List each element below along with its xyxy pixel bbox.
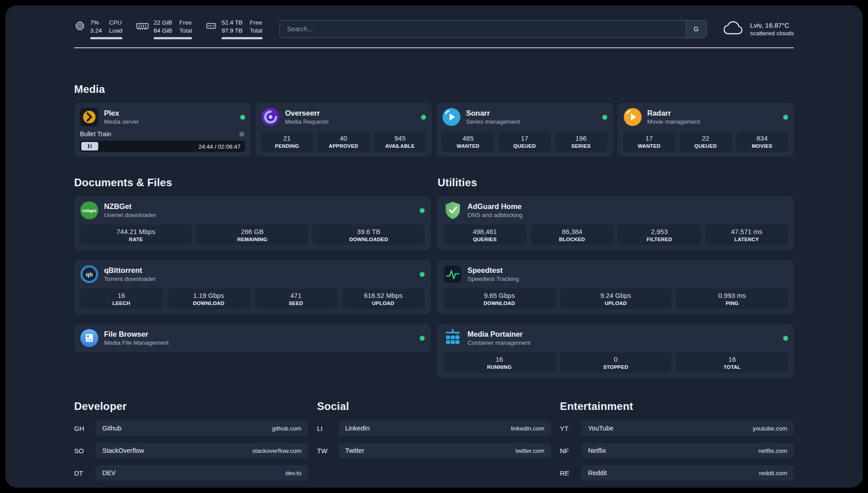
utilities-section-title: Utilities (438, 176, 794, 189)
overseerr-icon (261, 108, 280, 126)
cpu-icon (74, 19, 86, 39)
stat-queued: 22 QUEUED (680, 131, 732, 152)
memory-label-top: Free (179, 19, 192, 27)
cpu-load-value: 3.24 (90, 27, 102, 35)
bookmark-domain: dev.to (285, 470, 301, 476)
playback-progress-bar[interactable]: 24:44 / 02:06:47 (80, 141, 245, 152)
documents-column: Documents & Files nzbget NZBGet Usenet d… (74, 176, 430, 352)
bookmark-dev[interactable]: DT DEV dev.to (74, 465, 308, 480)
stat-latency: 47.571 ms LATENCY (705, 225, 789, 245)
utilities-column: Utilities AdGuard Home DNS and (438, 176, 794, 378)
stat-downloaded: 39.6 TB DOWNLOADED (313, 225, 425, 245)
search-input[interactable] (280, 21, 686, 38)
bookmark-netflix[interactable]: NF Netflix netflix.com (560, 443, 794, 458)
nzbget-subtitle: Usenet downloader (104, 212, 414, 218)
qbittorrent-subtitle: Torrent downloader (104, 276, 414, 282)
bookmark-label: DEV (102, 469, 116, 476)
stat-stopped: 0 STOPPED (560, 352, 672, 373)
svg-text:nzbget: nzbget (83, 208, 96, 213)
bookmark-abbr: RE (560, 469, 581, 477)
adguard-subtitle: DNS and adblocking (467, 212, 788, 218)
topbar: 7% 3.24 CPU Load (74, 19, 794, 39)
card-portainer[interactable]: Media Portainer Container management 16 … (438, 324, 794, 378)
bookmark-stackoverflow[interactable]: SO StackOverflow stackoverflow.com (74, 443, 308, 458)
plex-name: Plex (104, 109, 235, 117)
topbar-divider (74, 47, 794, 48)
cpu-usage-bar (90, 37, 122, 39)
stat-remaining: 266 GB REMAINING (196, 225, 309, 245)
card-overseerr[interactable]: Overseerr Media Requests 21 PENDING 40 A… (255, 103, 432, 157)
media-grid: Plex Media server Bullet Train (74, 103, 794, 157)
search-bar: G (280, 20, 707, 38)
bookmark-linkedin[interactable]: LI LinkedIn linkedin.com (317, 421, 551, 436)
bookmark-domain: github.com (272, 425, 301, 432)
bookmark-github[interactable]: GH Github github.com (74, 421, 308, 436)
bookmark-abbr: YT (560, 425, 581, 432)
speedtest-icon (443, 265, 462, 284)
bookmark-label: Reddit (588, 469, 607, 476)
stat-seed: 471 SEED (255, 288, 338, 309)
adguard-name: AdGuard Home (467, 202, 788, 211)
card-qbittorrent[interactable]: qb qBittorrent Torrent downloader 16 LEE… (74, 260, 430, 314)
bookmark-abbr: LI (317, 425, 338, 432)
portainer-status-dot (783, 336, 788, 341)
qbittorrent-name: qBittorrent (104, 266, 414, 275)
bookmark-twitter[interactable]: TW Twitter twitter.com (317, 443, 551, 458)
sonarr-name: Sonarr (466, 109, 597, 117)
radarr-name: Radarr (647, 109, 778, 117)
card-radarr[interactable]: Radarr Movie management 17 WANTED 22 QUE… (618, 103, 794, 157)
sonarr-icon (442, 108, 461, 126)
card-nzbget[interactable]: nzbget NZBGet Usenet downloader 744.21 M… (74, 196, 430, 250)
card-speedtest[interactable]: Speedtest Speedtest Tracking 9.65 Gbps D… (438, 260, 794, 314)
bookmark-domain: linkedin.com (511, 425, 544, 432)
stat-blocked: 86,384 BLOCKED (531, 225, 614, 245)
card-filebrowser[interactable]: File Browser Media File Management (74, 324, 430, 352)
bookmark-abbr: NF (560, 447, 581, 455)
portainer-subtitle: Container management (467, 339, 778, 346)
stat-running: 16 RUNNING (443, 352, 555, 373)
bookmark-abbr: SO (74, 447, 96, 455)
bookmark-label: LinkedIn (345, 425, 370, 432)
bookmark-youtube[interactable]: YT YouTube youtube.com (560, 421, 794, 436)
qbittorrent-status-dot (420, 272, 425, 277)
documents-section-title: Documents & Files (74, 176, 430, 189)
pause-button[interactable] (81, 142, 98, 150)
plex-now-playing: Bullet Train 24:44 / 02:06:47 (80, 130, 245, 152)
card-plex[interactable]: Plex Media server Bullet Train (74, 103, 251, 157)
stat-queries: 498,461 QUERIES (443, 225, 526, 245)
bookmark-domain: stackoverflow.com (252, 447, 301, 454)
overseerr-name: Overseerr (285, 109, 416, 117)
radarr-icon (623, 108, 642, 126)
bookmark-abbr: TW (317, 447, 338, 455)
weather-widget: Lviv, 16.87°C scattered clouds (724, 21, 794, 38)
bookmark-group-developer: Developer GH Github github.com SO StackO… (74, 400, 308, 488)
stat-filtered: 2,953 FILTERED (618, 225, 701, 245)
entertainment-section-title: Entertainment (560, 400, 794, 413)
two-column-area: Documents & Files nzbget NZBGet Usenet d… (74, 176, 794, 378)
overseerr-subtitle: Media Requests (285, 118, 416, 125)
bookmark-label: Github (102, 425, 121, 432)
qbittorrent-icon: qb (80, 265, 99, 284)
stat-available: 945 AVAILABLE (374, 131, 426, 152)
cpu-usage-value: 7% (90, 19, 102, 27)
memory-icon (136, 19, 149, 39)
settings-gear-icon[interactable] (238, 131, 245, 138)
stat-upload: 618.52 Mbps UPLOAD (342, 288, 425, 309)
social-section-title: Social (317, 400, 551, 413)
memory-usage-bar (154, 37, 192, 39)
sonarr-subtitle: Series management (466, 118, 597, 125)
radarr-subtitle: Movie management (647, 118, 778, 125)
plex-subtitle: Media server (104, 118, 235, 125)
search-provider-button[interactable]: G (686, 21, 706, 38)
plex-status-dot (240, 115, 245, 120)
bookmark-abbr: DT (74, 469, 96, 477)
bookmark-label: Twitter (345, 447, 364, 454)
card-sonarr[interactable]: Sonarr Series management 485 WANTED 17 Q… (436, 103, 613, 157)
bookmark-domain: reddit.com (759, 470, 787, 476)
media-section-title: Media (74, 83, 794, 96)
overseerr-status-dot (421, 115, 426, 120)
developer-section-title: Developer (74, 400, 308, 413)
bookmark-reddit[interactable]: RE Reddit reddit.com (560, 465, 794, 480)
card-adguard[interactable]: AdGuard Home DNS and adblocking 498,461 … (438, 196, 794, 250)
stat-queued: 17 QUEUED (499, 131, 551, 152)
